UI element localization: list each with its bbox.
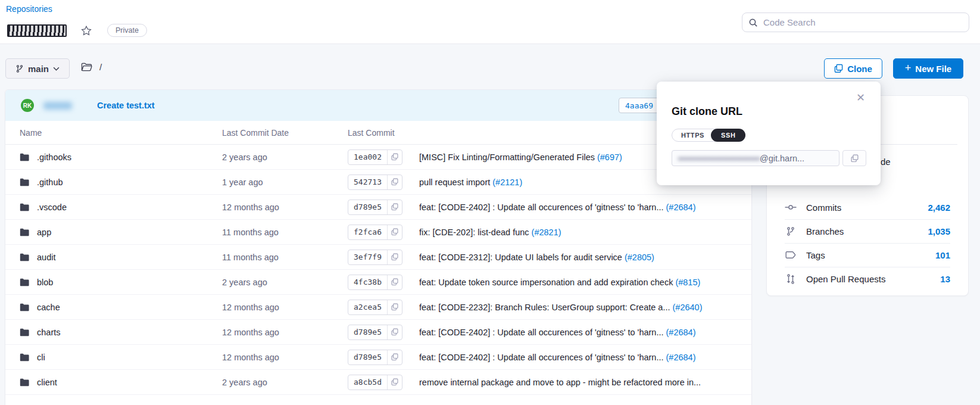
commit-message: feat: [CODE-2232]: Branch Rules: UserGro… bbox=[419, 303, 670, 312]
copy-icon[interactable] bbox=[388, 328, 402, 336]
folder-icon bbox=[20, 378, 29, 387]
copy-icon[interactable] bbox=[388, 153, 402, 161]
pr-link[interactable]: (#815) bbox=[675, 278, 700, 287]
new-file-button[interactable]: + New File bbox=[893, 58, 963, 79]
commit-sha-chip[interactable]: d789e5 bbox=[348, 200, 402, 215]
copy-icon[interactable] bbox=[388, 228, 402, 236]
table-row[interactable]: app 11 months ago f2fca6 fix: [CDE-202]:… bbox=[5, 220, 751, 245]
commit-sha-chip[interactable]: 542713 bbox=[348, 175, 402, 190]
pr-link[interactable]: (#2821) bbox=[532, 228, 561, 237]
copy-url-button[interactable] bbox=[842, 150, 866, 166]
star-icon[interactable] bbox=[80, 24, 93, 37]
commit-sha-chip[interactable]: a2cea5 bbox=[348, 300, 402, 315]
plus-icon: + bbox=[905, 63, 912, 73]
copy-icon[interactable] bbox=[388, 278, 402, 286]
table-row[interactable]: charts 12 months ago d789e5 feat: [CODE-… bbox=[5, 320, 751, 345]
last-commit-date: 2 years ago bbox=[222, 152, 348, 162]
commit-message: feat: [CODE-2402] : Update all occurence… bbox=[419, 328, 664, 337]
search-icon bbox=[748, 18, 758, 27]
code-search-box bbox=[742, 13, 969, 32]
breadcrumb-repositories[interactable]: Repositories bbox=[6, 4, 52, 14]
folder-icon bbox=[20, 253, 29, 261]
table-row[interactable]: cli 12 months ago d789e5 feat: [CODE-240… bbox=[5, 345, 751, 370]
commit-sha-chip[interactable]: a8cb5d bbox=[348, 375, 402, 390]
clone-url-input[interactable]: ●●●●●●●●●●●●●●●●●●●●●●●● @git.harn... bbox=[672, 150, 839, 166]
commit-icon bbox=[785, 204, 797, 211]
pr-link[interactable]: (#697) bbox=[597, 152, 622, 162]
commit-sha: 1ea002 bbox=[348, 152, 387, 161]
clone-url-redacted: ●●●●●●●●●●●●●●●●●●●●●●●● bbox=[678, 154, 760, 163]
copy-icon[interactable] bbox=[388, 303, 402, 311]
table-header-row: Name Last Commit Date Last Commit bbox=[5, 121, 751, 145]
stat-value: 13 bbox=[940, 274, 950, 284]
folder-open-icon bbox=[81, 62, 92, 72]
stat-row-commits[interactable]: Commits 2,462 bbox=[767, 195, 968, 219]
stat-row-branches[interactable]: Branches 1,035 bbox=[767, 219, 968, 243]
copy-icon[interactable] bbox=[388, 203, 402, 211]
commit-sha-chip[interactable]: 1ea002 bbox=[348, 149, 402, 165]
commit-message: feat: Update token source impersonation … bbox=[419, 278, 673, 287]
file-name: cache bbox=[37, 303, 60, 312]
branch-selector[interactable]: main bbox=[5, 58, 70, 79]
stat-value: 1,035 bbox=[928, 226, 950, 236]
clone-button[interactable]: Clone bbox=[824, 58, 882, 79]
avatar: RK bbox=[21, 99, 34, 112]
popover-title: Git clone URL bbox=[672, 105, 866, 118]
commit-sha-chip[interactable]: 3ef7f9 bbox=[348, 250, 402, 265]
latest-commit-link[interactable]: Create test.txt bbox=[97, 101, 155, 110]
last-commit-date: 2 years ago bbox=[222, 378, 348, 387]
branch-icon bbox=[15, 64, 24, 73]
commit-sha: d789e5 bbox=[348, 202, 387, 211]
search-input[interactable] bbox=[763, 17, 963, 27]
commit-message: remove internal package and move to app … bbox=[419, 378, 701, 387]
table-row[interactable]: blob 2 years ago 4fc38b feat: Update tok… bbox=[5, 270, 751, 295]
last-commit-date: 12 months ago bbox=[222, 202, 348, 212]
copy-icon[interactable] bbox=[388, 353, 402, 361]
tab-https[interactable]: HTTPS bbox=[672, 129, 713, 141]
commit-sha: a2cea5 bbox=[348, 303, 387, 311]
file-name: app bbox=[37, 228, 51, 237]
column-header-last-commit-date: Last Commit Date bbox=[222, 128, 348, 138]
author-name-redacted bbox=[43, 102, 72, 110]
copy-icon[interactable] bbox=[388, 178, 402, 186]
commit-message: fix: [CDE-202]: list-dead func bbox=[419, 228, 529, 237]
copy-icon[interactable] bbox=[388, 253, 402, 261]
clone-button-label: Clone bbox=[847, 64, 872, 74]
tab-ssh[interactable]: SSH bbox=[711, 129, 745, 142]
commit-sha: f2fca6 bbox=[348, 228, 387, 236]
table-row[interactable]: .githooks 2 years ago 1ea002 [MISC] Fix … bbox=[5, 145, 751, 170]
commit-sha: d789e5 bbox=[348, 353, 387, 362]
branch-icon bbox=[785, 226, 797, 236]
clone-url-suffix: @git.harn... bbox=[760, 154, 804, 163]
stat-value: 101 bbox=[935, 250, 950, 260]
file-name: audit bbox=[37, 253, 55, 262]
close-icon[interactable]: ✕ bbox=[856, 92, 865, 103]
protocol-toggle: HTTPS SSH bbox=[672, 129, 745, 142]
table-row[interactable]: audit 11 months ago 3ef7f9 feat: [CODE-2… bbox=[5, 245, 751, 270]
table-row[interactable]: client 2 years ago a8cb5d remove interna… bbox=[5, 370, 751, 395]
pr-link[interactable]: (#2684) bbox=[666, 328, 696, 337]
commit-sha-chip[interactable]: f2fca6 bbox=[348, 225, 402, 240]
path-separator: / bbox=[99, 62, 102, 72]
table-row[interactable]: .github 1 year ago 542713 pull request i… bbox=[5, 170, 751, 195]
latest-commit-sha-chip[interactable]: 4aaa69 bbox=[619, 98, 660, 113]
pr-link[interactable]: (#2684) bbox=[666, 353, 696, 362]
stat-row-tags[interactable]: Tags 101 bbox=[767, 243, 968, 267]
copy-icon[interactable] bbox=[388, 378, 402, 386]
pr-link[interactable]: (#2121) bbox=[492, 177, 522, 187]
stat-label: Tags bbox=[806, 250, 825, 260]
folder-icon bbox=[20, 178, 29, 186]
table-row[interactable]: .vscode 12 months ago d789e5 feat: [CODE… bbox=[5, 195, 751, 220]
pr-link[interactable]: (#2640) bbox=[673, 303, 703, 312]
pr-link[interactable]: (#2805) bbox=[625, 253, 654, 262]
commit-sha: 4fc38b bbox=[348, 278, 387, 286]
commit-sha-chip[interactable]: d789e5 bbox=[348, 325, 402, 340]
last-commit-date: 12 months ago bbox=[222, 328, 348, 337]
stat-row-open-pull-requests[interactable]: Open Pull Requests 13 bbox=[767, 267, 968, 291]
commit-sha-chip[interactable]: 4fc38b bbox=[348, 275, 402, 290]
commit-sha-chip[interactable]: d789e5 bbox=[348, 350, 402, 365]
table-row[interactable]: cache 12 months ago a2cea5 feat: [CODE-2… bbox=[5, 295, 751, 320]
commit-sha: 542713 bbox=[348, 177, 387, 186]
file-name: client bbox=[37, 378, 57, 387]
pr-link[interactable]: (#2684) bbox=[666, 202, 696, 212]
